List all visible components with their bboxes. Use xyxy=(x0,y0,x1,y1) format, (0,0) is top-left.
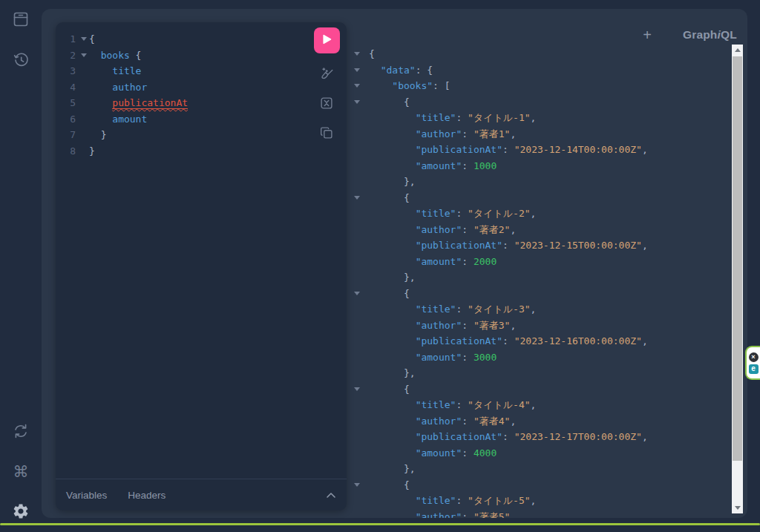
fold-arrow-icon[interactable] xyxy=(354,52,360,56)
code-token: "amount" xyxy=(416,256,462,267)
fold-gutter xyxy=(78,79,89,96)
tab-headers[interactable]: Headers xyxy=(128,490,166,501)
response-line: { xyxy=(349,381,729,398)
execute-query-button[interactable] xyxy=(314,27,340,53)
response-line: }, xyxy=(349,461,729,477)
code-token: : xyxy=(456,303,468,315)
tab-variables[interactable]: Variables xyxy=(66,490,107,501)
copy-query-button[interactable] xyxy=(318,125,335,141)
code-token: , xyxy=(531,112,537,123)
extension-widget: × e xyxy=(745,346,760,380)
fold-arrow-icon[interactable] xyxy=(354,84,360,88)
response-scrollbar[interactable] xyxy=(732,45,743,513)
code-text: { xyxy=(369,46,375,62)
code-text: amount xyxy=(89,111,147,128)
fold-gutter xyxy=(349,429,369,445)
code-token: "publicationAt" xyxy=(416,144,502,155)
response-line: "author": "著者4", xyxy=(349,413,729,430)
docs-explorer-button[interactable] xyxy=(12,10,30,28)
graphiql-logo: GraphiQL xyxy=(683,28,737,42)
code-text: }, xyxy=(369,174,416,190)
fold-arrow-icon[interactable] xyxy=(354,483,360,487)
code-text: "title": "タイトル-2", xyxy=(369,206,536,222)
fold-arrow-icon[interactable] xyxy=(81,53,87,57)
arrow-up-icon xyxy=(735,48,741,52)
extension-close-button[interactable]: × xyxy=(749,352,759,362)
fold-gutter xyxy=(349,286,369,302)
fold-gutter xyxy=(78,31,89,47)
code-token: { xyxy=(369,48,375,59)
line-number: 3 xyxy=(56,63,78,79)
response-line: "title": "タイトル-1", xyxy=(349,110,729,126)
fold-gutter xyxy=(349,206,369,222)
fold-arrow-icon[interactable] xyxy=(81,37,87,41)
code-text: books { xyxy=(89,47,141,64)
query-line[interactable]: 7 } xyxy=(56,127,347,143)
code-token: [ xyxy=(445,80,451,91)
code-token: , xyxy=(510,320,516,331)
line-number: 6 xyxy=(56,111,78,128)
fold-gutter xyxy=(78,143,89,160)
scrollbar-thumb[interactable] xyxy=(733,56,742,461)
fold-arrow-icon[interactable] xyxy=(354,387,360,391)
code-token: : xyxy=(502,431,514,442)
fold-gutter xyxy=(349,269,369,286)
response-line: "amount": 3000 xyxy=(349,349,729,366)
query-line[interactable]: 6 amount xyxy=(56,111,347,128)
graphiql-app: ⌘ + GraphiQL 1{2 books {3 title4 author5… xyxy=(0,0,760,532)
query-line[interactable]: 4 author xyxy=(56,79,347,96)
fold-arrow-icon[interactable] xyxy=(354,196,360,200)
query-line[interactable]: 3 title xyxy=(56,63,347,79)
editor-toolbar xyxy=(313,27,340,141)
fold-gutter xyxy=(349,397,369,413)
query-editor[interactable]: 1{2 books {3 title4 author5 publicationA… xyxy=(56,22,347,479)
merge-fragments-button[interactable] xyxy=(318,95,335,111)
response-line: "amount": 1000 xyxy=(349,158,729,174)
code-token: "author" xyxy=(416,511,462,519)
code-token: title xyxy=(112,65,141,76)
query-line[interactable]: 8} xyxy=(56,143,347,160)
fold-arrow-icon[interactable] xyxy=(354,68,360,72)
query-line[interactable]: 1{ xyxy=(56,31,347,47)
query-line[interactable]: 5 publicationAt xyxy=(56,95,347,111)
fold-arrow-icon[interactable] xyxy=(354,292,360,295)
refetch-schema-button[interactable] xyxy=(12,422,30,440)
fold-arrow-icon[interactable] xyxy=(354,100,360,104)
code-text: { xyxy=(89,31,95,47)
prettify-button[interactable] xyxy=(318,65,335,82)
fold-gutter xyxy=(349,142,369,158)
session-header: + GraphiQL xyxy=(638,26,737,44)
code-text: title xyxy=(89,63,141,79)
code-token: "author" xyxy=(416,224,462,235)
code-token: "著者2" xyxy=(474,224,510,235)
scroll-up-button[interactable] xyxy=(732,45,743,56)
extension-badge-button[interactable]: e xyxy=(749,364,759,374)
code-token: : xyxy=(462,416,474,427)
query-line[interactable]: 2 books { xyxy=(56,47,347,64)
response-line: "amount": 4000 xyxy=(349,445,729,462)
settings-button[interactable] xyxy=(12,502,30,520)
sidebar: ⌘ xyxy=(0,0,42,532)
code-token: : xyxy=(462,447,474,459)
response-line: { xyxy=(349,46,729,62)
code-token: }, xyxy=(404,463,416,474)
keyboard-shortcuts-button[interactable]: ⌘ xyxy=(12,462,30,480)
response-viewer: { "data": { "books": [ { "title": "タイトル-… xyxy=(349,46,729,518)
code-text: "author": "著者1", xyxy=(369,126,516,142)
code-token: "title" xyxy=(416,495,456,506)
add-tab-button[interactable]: + xyxy=(638,26,656,44)
collapse-editor-tools-button[interactable] xyxy=(326,488,336,502)
scroll-down-button[interactable] xyxy=(732,502,743,513)
code-token: 3000 xyxy=(474,352,497,363)
code-token: , xyxy=(531,399,537,410)
code-text: "author": "著者2", xyxy=(369,222,516,238)
docs-icon xyxy=(12,10,30,28)
response-lines: { "data": { "books": [ { "title": "タイトル-… xyxy=(349,46,729,518)
code-token: "amount" xyxy=(416,447,462,459)
code-token: }, xyxy=(404,272,416,283)
fold-gutter xyxy=(349,62,369,79)
history-button[interactable] xyxy=(12,50,30,68)
code-token: , xyxy=(531,303,537,315)
fold-gutter xyxy=(78,111,89,128)
fold-gutter xyxy=(349,46,369,62)
